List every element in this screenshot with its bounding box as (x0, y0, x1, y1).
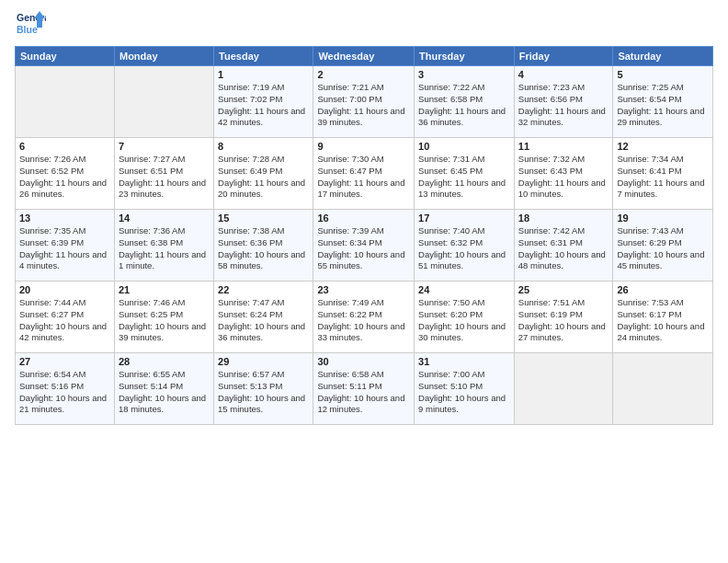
calendar-cell (514, 353, 613, 425)
calendar-cell: 28Sunrise: 6:55 AMSunset: 5:14 PMDayligh… (114, 353, 213, 425)
weekday-header-thursday: Thursday (415, 47, 515, 66)
day-number: 2 (317, 69, 410, 80)
calendar-cell: 29Sunrise: 6:57 AMSunset: 5:13 PMDayligh… (214, 353, 313, 425)
weekday-header-friday: Friday (514, 47, 613, 66)
day-info: Sunrise: 7:21 AMSunset: 7:00 PMDaylight:… (317, 82, 410, 129)
day-number: 24 (418, 284, 510, 295)
weekday-header-wednesday: Wednesday (313, 47, 415, 66)
calendar-cell: 13Sunrise: 7:35 AMSunset: 6:39 PMDayligh… (16, 210, 115, 282)
day-number: 30 (317, 356, 410, 367)
day-number: 21 (119, 284, 210, 295)
day-number: 10 (418, 141, 510, 152)
day-number: 12 (617, 141, 709, 152)
day-info: Sunrise: 7:25 AMSunset: 6:54 PMDaylight:… (617, 82, 709, 129)
day-number: 8 (218, 141, 309, 152)
calendar-cell: 2Sunrise: 7:21 AMSunset: 7:00 PMDaylight… (313, 66, 415, 138)
calendar-cell: 26Sunrise: 7:53 AMSunset: 6:17 PMDayligh… (613, 282, 713, 353)
day-info: Sunrise: 7:32 AMSunset: 6:43 PMDaylight:… (518, 154, 609, 201)
weekday-header-saturday: Saturday (613, 47, 713, 66)
logo: General Blue (15, 9, 46, 40)
calendar-cell: 30Sunrise: 6:58 AMSunset: 5:11 PMDayligh… (313, 353, 415, 425)
day-info: Sunrise: 7:46 AMSunset: 6:25 PMDaylight:… (119, 297, 210, 344)
day-number: 28 (119, 356, 210, 367)
day-number: 7 (119, 141, 210, 152)
day-number: 13 (19, 213, 110, 224)
day-number: 31 (418, 356, 510, 367)
calendar-cell: 27Sunrise: 6:54 AMSunset: 5:16 PMDayligh… (16, 353, 115, 425)
calendar-cell: 6Sunrise: 7:26 AMSunset: 6:52 PMDaylight… (16, 138, 115, 210)
day-number: 1 (218, 69, 309, 80)
day-info: Sunrise: 6:58 AMSunset: 5:11 PMDaylight:… (317, 369, 410, 416)
day-info: Sunrise: 7:40 AMSunset: 6:32 PMDaylight:… (418, 225, 510, 272)
svg-text:Blue: Blue (17, 24, 38, 35)
day-info: Sunrise: 7:51 AMSunset: 6:19 PMDaylight:… (518, 297, 609, 344)
day-number: 20 (19, 284, 110, 295)
day-info: Sunrise: 6:57 AMSunset: 5:13 PMDaylight:… (218, 369, 309, 416)
day-info: Sunrise: 6:55 AMSunset: 5:14 PMDaylight:… (119, 369, 210, 416)
calendar-cell: 23Sunrise: 7:49 AMSunset: 6:22 PMDayligh… (313, 282, 415, 353)
day-info: Sunrise: 7:27 AMSunset: 6:51 PMDaylight:… (119, 154, 210, 201)
day-number: 17 (418, 213, 510, 224)
calendar-cell: 5Sunrise: 7:25 AMSunset: 6:54 PMDaylight… (613, 66, 713, 138)
day-info: Sunrise: 7:30 AMSunset: 6:47 PMDaylight:… (317, 154, 410, 201)
page-header: General Blue (15, 9, 713, 40)
calendar-cell: 21Sunrise: 7:46 AMSunset: 6:25 PMDayligh… (114, 282, 213, 353)
calendar-cell: 20Sunrise: 7:44 AMSunset: 6:27 PMDayligh… (16, 282, 115, 353)
day-number: 3 (418, 69, 510, 80)
day-number: 5 (617, 69, 709, 80)
calendar-cell: 4Sunrise: 7:23 AMSunset: 6:56 PMDaylight… (514, 66, 613, 138)
day-number: 29 (218, 356, 309, 367)
calendar-cell: 25Sunrise: 7:51 AMSunset: 6:19 PMDayligh… (514, 282, 613, 353)
day-info: Sunrise: 7:44 AMSunset: 6:27 PMDaylight:… (19, 297, 110, 344)
day-number: 4 (518, 69, 609, 80)
day-number: 22 (218, 284, 309, 295)
weekday-header-sunday: Sunday (16, 47, 115, 66)
calendar-cell: 14Sunrise: 7:36 AMSunset: 6:38 PMDayligh… (114, 210, 213, 282)
calendar-cell (16, 66, 115, 138)
logo-svg: General Blue (15, 9, 46, 40)
day-info: Sunrise: 7:38 AMSunset: 6:36 PMDaylight:… (218, 225, 309, 272)
day-info: Sunrise: 6:54 AMSunset: 5:16 PMDaylight:… (19, 369, 110, 416)
day-info: Sunrise: 7:50 AMSunset: 6:20 PMDaylight:… (418, 297, 510, 344)
calendar-week-2: 6Sunrise: 7:26 AMSunset: 6:52 PMDaylight… (16, 138, 713, 210)
calendar-cell: 7Sunrise: 7:27 AMSunset: 6:51 PMDaylight… (114, 138, 213, 210)
day-info: Sunrise: 7:22 AMSunset: 6:58 PMDaylight:… (418, 82, 510, 129)
calendar-week-1: 1Sunrise: 7:19 AMSunset: 7:02 PMDaylight… (16, 66, 713, 138)
day-info: Sunrise: 7:35 AMSunset: 6:39 PMDaylight:… (19, 225, 110, 272)
calendar-cell (613, 353, 713, 425)
day-number: 9 (317, 141, 410, 152)
calendar-cell: 24Sunrise: 7:50 AMSunset: 6:20 PMDayligh… (415, 282, 515, 353)
day-info: Sunrise: 7:23 AMSunset: 6:56 PMDaylight:… (518, 82, 609, 129)
calendar-cell: 10Sunrise: 7:31 AMSunset: 6:45 PMDayligh… (415, 138, 515, 210)
calendar-cell: 17Sunrise: 7:40 AMSunset: 6:32 PMDayligh… (415, 210, 515, 282)
calendar-cell: 3Sunrise: 7:22 AMSunset: 6:58 PMDaylight… (415, 66, 515, 138)
day-info: Sunrise: 7:43 AMSunset: 6:29 PMDaylight:… (617, 225, 709, 272)
calendar-cell: 18Sunrise: 7:42 AMSunset: 6:31 PMDayligh… (514, 210, 613, 282)
weekday-header-tuesday: Tuesday (214, 47, 313, 66)
calendar-cell: 1Sunrise: 7:19 AMSunset: 7:02 PMDaylight… (214, 66, 313, 138)
day-info: Sunrise: 7:53 AMSunset: 6:17 PMDaylight:… (617, 297, 709, 344)
day-info: Sunrise: 7:47 AMSunset: 6:24 PMDaylight:… (218, 297, 309, 344)
day-number: 23 (317, 284, 410, 295)
day-number: 16 (317, 213, 410, 224)
day-number: 14 (119, 213, 210, 224)
day-info: Sunrise: 7:49 AMSunset: 6:22 PMDaylight:… (317, 297, 410, 344)
calendar-cell: 22Sunrise: 7:47 AMSunset: 6:24 PMDayligh… (214, 282, 313, 353)
day-number: 6 (19, 141, 110, 152)
day-info: Sunrise: 7:19 AMSunset: 7:02 PMDaylight:… (218, 82, 309, 129)
calendar-week-4: 20Sunrise: 7:44 AMSunset: 6:27 PMDayligh… (16, 282, 713, 353)
day-info: Sunrise: 7:28 AMSunset: 6:49 PMDaylight:… (218, 154, 309, 201)
day-number: 26 (617, 284, 709, 295)
day-number: 19 (617, 213, 709, 224)
weekday-header-monday: Monday (114, 47, 213, 66)
calendar-week-5: 27Sunrise: 6:54 AMSunset: 5:16 PMDayligh… (16, 353, 713, 425)
calendar-header-row: SundayMondayTuesdayWednesdayThursdayFrid… (16, 47, 713, 66)
calendar-cell: 15Sunrise: 7:38 AMSunset: 6:36 PMDayligh… (214, 210, 313, 282)
calendar-table: SundayMondayTuesdayWednesdayThursdayFrid… (15, 46, 713, 425)
day-info: Sunrise: 7:00 AMSunset: 5:10 PMDaylight:… (418, 369, 510, 416)
calendar-cell: 12Sunrise: 7:34 AMSunset: 6:41 PMDayligh… (613, 138, 713, 210)
calendar-cell: 9Sunrise: 7:30 AMSunset: 6:47 PMDaylight… (313, 138, 415, 210)
day-number: 25 (518, 284, 609, 295)
calendar-cell: 19Sunrise: 7:43 AMSunset: 6:29 PMDayligh… (613, 210, 713, 282)
day-number: 18 (518, 213, 609, 224)
